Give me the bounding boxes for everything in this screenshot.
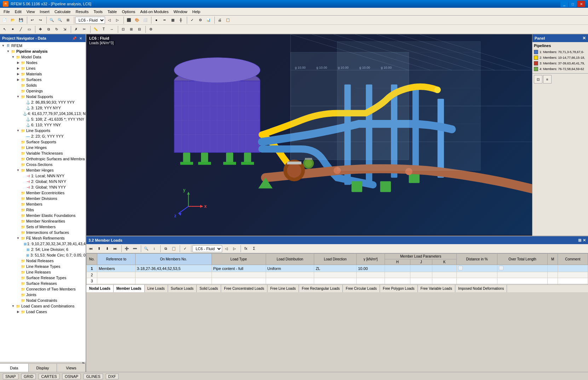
tb2-snap1[interactable]: ⊡ (119, 25, 127, 33)
tt-lc-prev[interactable]: ◁ (223, 245, 230, 252)
tree-item-load-cases-combo[interactable]: ▼ 📁 Load Cases and Combinations (0, 303, 86, 309)
menu-addon[interactable]: Add-on Modules (138, 9, 171, 15)
table-row[interactable]: 1 Members 3-18,27-36,43,44,52,53,5 Pipe … (87, 265, 588, 272)
tree-item-line-releases[interactable]: 📁 Line Releases (0, 269, 86, 275)
tree-item-mem-elastic[interactable]: 📁 Member Elastic Foundations (0, 213, 86, 218)
close-button[interactable]: ✕ (577, 1, 585, 7)
tree-item-lines[interactable]: ▶ 📁 Lines (0, 65, 86, 71)
tb2-copy[interactable]: ⧉ (45, 25, 52, 33)
tree-item-fe-mesh[interactable]: ▼ 📁 FE Mesh Refinements (0, 235, 86, 241)
tree-item-ns-5[interactable]: ⚓ 6: 110; YYY YNY (0, 122, 86, 128)
tb-check[interactable]: ✓ (188, 16, 196, 24)
menu-options[interactable]: Options (120, 9, 137, 15)
tt-first[interactable]: ⏮ (87, 245, 95, 252)
tb2-rect[interactable]: ▭ (25, 25, 33, 33)
tt-copy[interactable]: ⧉ (162, 245, 169, 252)
tt-sort[interactable]: ↕ (150, 245, 158, 252)
nav-pin[interactable]: 📌 (71, 35, 77, 41)
tb-open[interactable]: 📂 (9, 16, 17, 24)
tree-item-ns-3[interactable]: ⚓ 4: 61,63,77,79,97,104,106,113; N (0, 111, 86, 116)
nav-close[interactable]: ✕ (78, 35, 83, 41)
tb2-text[interactable]: T (100, 25, 108, 33)
tab-imposed-def[interactable]: Imposed Nodal Deformations (455, 285, 507, 292)
tb-calc[interactable]: ⚙ (196, 16, 204, 24)
tab-free-line-loads[interactable]: Free Line Loads (267, 285, 299, 292)
tb-new[interactable]: 📄 (1, 16, 8, 24)
tab-free-circ-loads[interactable]: Free Circular Loads (343, 285, 380, 292)
maximize-button[interactable]: □ (569, 1, 577, 7)
status-grid[interactable]: GRID (21, 374, 36, 379)
tree-item-member-div[interactable]: 📁 Member Divisions (0, 196, 86, 201)
tab-member-loads[interactable]: Member Loads (114, 285, 145, 292)
minimize-button[interactable]: _ (560, 1, 568, 7)
menu-table[interactable]: Table (105, 9, 119, 15)
tab-free-conc-loads[interactable]: Free Concentrated Loads (221, 285, 267, 292)
nav-tab-views[interactable]: Views (57, 364, 86, 372)
tree-item-joints[interactable]: 📁 Joints (0, 292, 86, 298)
tree-item-line-hinges[interactable]: 📁 Line Hinges (0, 145, 86, 150)
tb-next[interactable]: ▷ (114, 16, 121, 24)
tree-item-solids[interactable]: 📁 Solids (0, 82, 86, 88)
status-snap[interactable]: SNAP (3, 374, 18, 379)
tt-add[interactable]: ➕ (123, 245, 131, 252)
tb2-dimension[interactable]: ↔ (108, 25, 116, 33)
tree-item-surface-release-types[interactable]: 📁 Surface Release Types (0, 275, 86, 281)
tt-paste[interactable]: 📋 (170, 245, 178, 252)
menu-results[interactable]: Results (74, 9, 91, 15)
tree-item-fe1[interactable]: ⊞ 1: 9,10,27,30,32,34,37,39,41,43,4 (0, 241, 86, 247)
tb2-options[interactable]: ⚙ (147, 25, 155, 33)
status-glines[interactable]: GLINES (83, 374, 103, 379)
tb2-snap3[interactable]: ⊟ (136, 25, 143, 33)
tb-nodes[interactable]: ● (152, 16, 160, 24)
tb-zoom-fit[interactable]: ⊞ (64, 16, 72, 24)
tree-item-line-release-types[interactable]: 📁 Line Release Types (0, 264, 86, 269)
tree-item-sets-members[interactable]: 📁 Sets of Members (0, 224, 86, 230)
tb2-line[interactable]: ╱ (17, 25, 25, 33)
tb2-delete[interactable]: ✗ (72, 25, 80, 33)
tree-item-ns-4[interactable]: ⚓ 5: 108; Z -41.6335 *; YYY YNY (0, 116, 86, 122)
tb-render[interactable]: 🎨 (133, 16, 141, 24)
tree-item-member-hinges[interactable]: ▼ 📁 Member Hinges (0, 167, 86, 173)
table-lc-combo[interactable]: LC6 - Fluid (192, 245, 222, 252)
panel-tool-2[interactable]: ≡ (543, 75, 552, 84)
panel-close-btn[interactable]: ✕ (582, 36, 586, 41)
tree-item-mh-3[interactable]: ⊣ 3: Global; YNN YYY (0, 184, 86, 190)
tab-nodal-loads[interactable]: Nodal Loads (86, 285, 114, 292)
tb-print[interactable]: 🖨 (216, 16, 224, 24)
panel-tool-1[interactable]: ⊡ (534, 75, 542, 84)
tb-3d-view[interactable]: ⬛ (125, 16, 133, 24)
status-osnap[interactable]: OSNAP (62, 374, 81, 379)
tb2-scale[interactable]: ⇲ (61, 25, 69, 33)
tt-filter[interactable]: 🔍 (142, 245, 150, 252)
tree-item-ls-1[interactable]: — 2: 23; G; YYY YYY (0, 133, 86, 139)
tree-item-openings[interactable]: 📁 Openings (0, 88, 86, 94)
tree-item-var-thick[interactable]: 📁 Variable Thicknesses (0, 150, 86, 156)
checkbox-distpct-1[interactable] (458, 266, 463, 270)
menu-insert[interactable]: Insert (38, 9, 52, 15)
tree-item-nodes[interactable]: ▶ 📁 Nodes (0, 60, 86, 65)
tree-item-ortho[interactable]: 📁 Orthotropic Surfaces and Membra (0, 156, 86, 162)
table-undock-icon[interactable]: ⊞ (578, 238, 581, 243)
nav-tab-data[interactable]: Data (0, 364, 29, 372)
tt-prev-row[interactable]: ⬆ (95, 245, 103, 252)
tab-free-poly-loads[interactable]: Free Polygon Loads (380, 285, 418, 292)
tb-prev[interactable]: ◁ (105, 16, 113, 24)
tb2-trim[interactable]: ✂ (80, 25, 88, 33)
tb-surfaces[interactable]: ▦ (169, 16, 177, 24)
tt-delete[interactable]: ➖ (131, 245, 139, 252)
tree-item-intersections[interactable]: 📁 Intersections of Surfaces (0, 230, 86, 235)
tree-item-ribs[interactable]: 📁 Ribs (0, 207, 86, 213)
tb-print2[interactable]: 📋 (224, 16, 232, 24)
menu-edit[interactable]: Edit (13, 9, 24, 15)
tb2-rotate[interactable]: ↻ (53, 25, 60, 33)
tt-last[interactable]: ⏭ (111, 245, 119, 252)
table-close-icon[interactable]: ✕ (583, 238, 586, 243)
tree-item-load-cases[interactable]: ▶ 📁 Load Cases (0, 309, 86, 315)
tb-undo[interactable]: ↩ (28, 16, 36, 24)
tb2-move[interactable]: ✥ (36, 25, 44, 33)
menu-calculate[interactable]: Calculate (52, 9, 73, 15)
tb-redo[interactable]: ↪ (36, 16, 44, 24)
tree-item-nodal-constraints[interactable]: 📁 Nodal Constraints (0, 298, 86, 303)
menu-window[interactable]: Window (171, 9, 189, 15)
tree-item-pipeline[interactable]: ▼ 📁 Pipeline analysis (0, 48, 86, 54)
